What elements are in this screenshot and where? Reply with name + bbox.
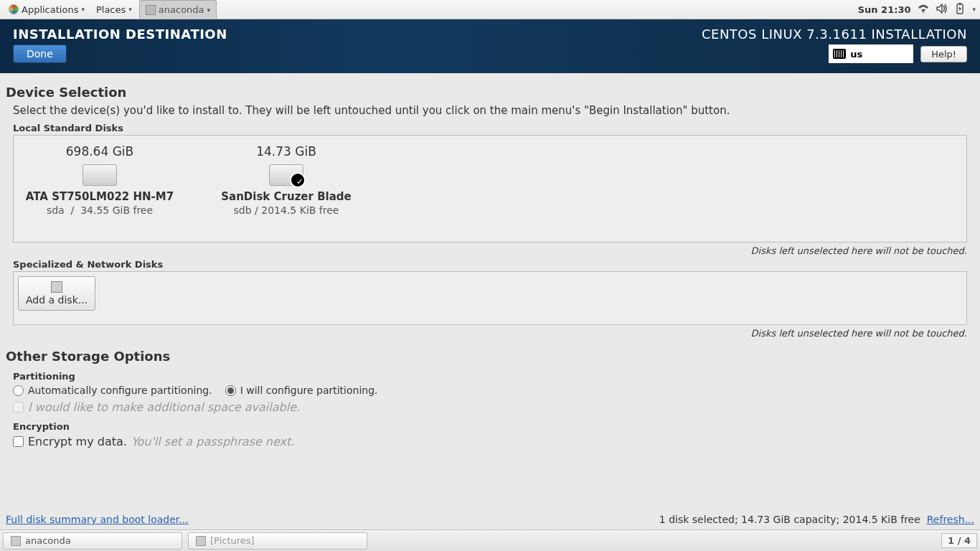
footer-row: Full disk summary and boot loader... 1 d… [6,514,974,525]
anaconda-icon [146,5,156,15]
anaconda-header: INSTALLATION DESTINATION Done CENTOS LIN… [0,19,980,73]
device-selection-hint: Select the device(s) you'd like to insta… [13,104,974,117]
workspace-indicator[interactable]: 1 / 4 [941,533,977,548]
checkbox-input [13,402,24,413]
page-title: INSTALLATION DESTINATION [13,27,227,42]
storage-options-heading: Other Storage Options [6,349,974,364]
keyboard-icon [833,49,846,59]
device-selection-heading: Device Selection [6,85,974,100]
task-label: anaconda [25,535,71,546]
done-button[interactable]: Done [13,44,67,63]
radio-input[interactable] [225,385,236,396]
hard-drive-icon [83,164,117,186]
keyboard-layout-indicator[interactable]: us [829,44,913,63]
encryption-label: Encryption [13,421,974,432]
disk-info: sdb / 2014.5 KiB free [207,204,365,216]
disk-size: 14.73 GiB [207,144,365,159]
radio-label: I will configure partitioning. [240,385,378,396]
wifi-icon[interactable] [918,4,929,16]
window-icon [196,536,206,546]
disk-info: sda / 34.55 GiB free [21,204,179,216]
add-disk-label: Add a disk... [26,294,88,306]
product-title: CENTOS LINUX 7.3.1611 INSTALLATION [702,27,967,42]
applications-menu[interactable]: Applications ▾ [4,0,89,19]
unselected-note: Disks left unselected here will not be t… [6,245,967,256]
checkbox-label: Encrypt my data. [28,435,127,448]
places-menu[interactable]: Places ▾ [92,0,136,19]
footer-status: 1 disk selected; 14.73 GiB capacity; 201… [659,514,974,525]
radio-input[interactable] [13,385,24,396]
gnome-bottom-panel: anaconda [Pictures] 1 / 4 [0,529,980,551]
disk-sda[interactable]: 698.64 GiB ATA ST750LM022 HN-M7 sda / 34… [21,144,179,216]
radio-label: Automatically configure partitioning. [28,385,212,396]
radio-auto-partitioning[interactable]: Automatically configure partitioning. [13,385,212,396]
disk-name: SanDisk Cruzer Blade [207,190,365,203]
radio-manual-partitioning[interactable]: I will configure partitioning. [225,385,378,396]
window-icon [11,536,21,546]
gnome-top-panel: Applications ▾ Places ▾ anaconda ▾ Sun 2… [0,0,980,19]
chevron-down-icon: ▾ [81,6,85,13]
partitioning-label: Partitioning [13,371,974,382]
current-app-label: anaconda [159,4,204,15]
network-disks-panel: Add a disk... [13,271,967,325]
disk-icon [51,281,62,293]
taskbar-item-pictures[interactable]: [Pictures] [188,532,367,550]
local-disks-panel: 698.64 GiB ATA ST750LM022 HN-M7 sda / 34… [13,135,967,242]
disk-name: ATA ST750LM022 HN-M7 [21,190,179,203]
volume-icon[interactable] [936,4,948,16]
checkbox-input[interactable] [13,436,24,447]
clock[interactable]: Sun 21:30 [858,4,911,15]
add-disk-button[interactable]: Add a disk... [18,276,95,311]
svg-rect-1 [958,3,961,4]
checkbox-label: I would like to make additional space av… [28,400,300,414]
checkbox-additional-space: I would like to make additional space av… [13,400,974,414]
network-disks-label: Specialized & Network Disks [13,259,974,270]
chevron-down-icon: ▾ [207,6,211,14]
unselected-note-2: Disks left unselected here will not be t… [6,328,967,339]
help-button[interactable]: Help! [920,46,967,62]
applications-label: Applications [22,4,78,15]
task-label: [Pictures] [210,535,255,546]
battery-icon[interactable] [955,3,965,17]
main-content: Device Selection Select the device(s) yo… [0,73,980,529]
current-app-indicator[interactable]: anaconda ▾ [139,0,217,19]
encrypt-hint: You'll set a passphrase next. [131,435,295,448]
disk-sdb[interactable]: 14.73 GiB SanDisk Cruzer Blade sdb / 201… [207,144,365,216]
checkbox-encrypt[interactable]: Encrypt my data. You'll set a passphrase… [13,435,974,448]
usb-drive-icon [269,164,303,186]
disk-summary-link[interactable]: Full disk summary and boot loader... [6,514,189,525]
distro-logo-icon [9,4,19,14]
keyboard-layout-label: us [850,49,862,60]
local-disks-label: Local Standard Disks [13,123,974,133]
taskbar-item-anaconda[interactable]: anaconda [3,532,182,550]
places-label: Places [96,4,126,15]
refresh-link[interactable]: Refresh... [927,514,974,525]
chevron-down-icon[interactable]: ▾ [972,6,976,13]
chevron-down-icon: ▾ [128,6,132,13]
disk-size: 698.64 GiB [21,144,179,159]
